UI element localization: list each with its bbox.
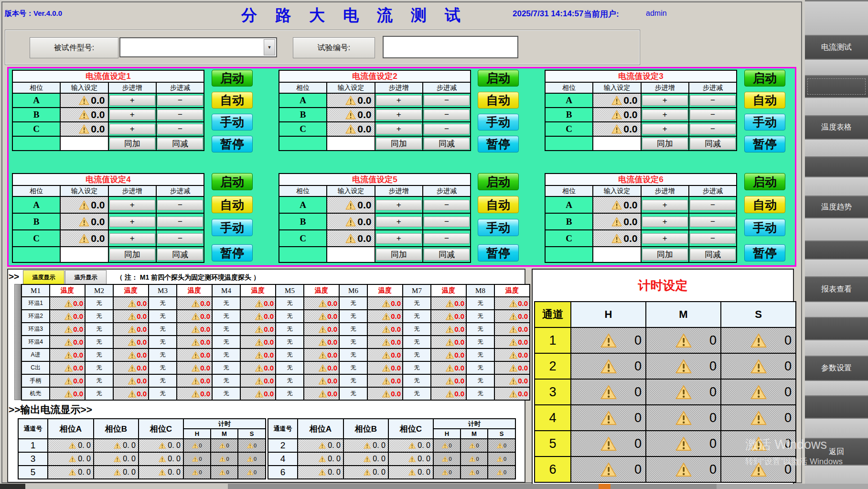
start-button[interactable]: 启动: [744, 70, 785, 87]
step-plus-button[interactable]: +: [642, 200, 688, 210]
start-button[interactable]: 启动: [744, 173, 785, 190]
step-plus-button[interactable]: +: [109, 217, 155, 227]
step-minus-button[interactable]: −: [424, 109, 470, 120]
sidebar-item-report-view[interactable]: 报表查看: [805, 277, 868, 301]
sidebar-item-temp-table[interactable]: 温度表格: [805, 116, 868, 139]
add-all-button[interactable]: 同加: [642, 138, 688, 150]
sub-all-button[interactable]: 同减: [157, 249, 203, 261]
sidebar-item-back[interactable]: 返回: [805, 439, 868, 465]
manual-button[interactable]: 手动: [744, 219, 785, 236]
step-minus-button[interactable]: −: [424, 124, 470, 134]
pause-button[interactable]: 暂停: [744, 136, 785, 152]
timer-value-cell[interactable]: 0: [721, 353, 796, 379]
step-minus-button[interactable]: −: [690, 124, 736, 134]
tab-temperature-rise[interactable]: 温升显示: [65, 270, 107, 285]
timer-value-cell[interactable]: 0: [571, 405, 646, 431]
timer-value-cell[interactable]: 0: [571, 379, 646, 405]
timer-value-cell[interactable]: 0: [646, 327, 721, 353]
timer-value-cell[interactable]: 0: [721, 456, 796, 482]
add-all-button[interactable]: 同加: [376, 249, 422, 261]
step-plus-button[interactable]: +: [376, 200, 422, 210]
step-plus-button[interactable]: +: [642, 124, 688, 134]
timer-value-cell[interactable]: 0: [571, 456, 646, 482]
step-plus-button[interactable]: +: [642, 233, 688, 244]
step-plus-button[interactable]: +: [642, 95, 688, 106]
timer-value-cell[interactable]: 0: [646, 431, 721, 456]
sidebar-item-temp-trend[interactable]: 温度趋势: [805, 196, 868, 217]
timer-value-cell[interactable]: 0: [571, 353, 646, 379]
step-minus-button[interactable]: −: [690, 95, 736, 106]
step-plus-button[interactable]: +: [376, 233, 422, 244]
pause-button[interactable]: 暂停: [478, 244, 519, 261]
start-button[interactable]: 启动: [212, 173, 253, 190]
start-button[interactable]: 启动: [478, 70, 519, 87]
add-all-button[interactable]: 同加: [109, 249, 155, 261]
start-button[interactable]: 启动: [212, 70, 253, 87]
start-button[interactable]: 启动: [478, 173, 519, 190]
step-minus-button[interactable]: −: [424, 200, 470, 210]
pause-button[interactable]: 暂停: [478, 136, 519, 152]
serial-input[interactable]: [383, 36, 518, 58]
auto-button[interactable]: 自动: [478, 92, 519, 109]
timer-value-cell[interactable]: 0: [721, 379, 796, 405]
auto-button[interactable]: 自动: [478, 196, 519, 213]
step-minus-button[interactable]: −: [690, 233, 736, 244]
timer-value-cell[interactable]: 0: [646, 456, 721, 482]
pause-button[interactable]: 暂停: [212, 244, 253, 261]
add-all-button[interactable]: 同加: [109, 138, 155, 150]
step-plus-button[interactable]: +: [642, 109, 688, 120]
sub-all-button[interactable]: 同减: [690, 249, 736, 261]
auto-button[interactable]: 自动: [744, 92, 785, 109]
step-minus-button[interactable]: −: [424, 95, 470, 106]
sidebar-item-param-setting[interactable]: 参数设置: [805, 357, 868, 380]
step-minus-button[interactable]: −: [690, 109, 736, 120]
step-plus-button[interactable]: +: [376, 217, 422, 227]
step-minus-button[interactable]: −: [690, 217, 736, 227]
sub-all-button[interactable]: 同减: [157, 138, 203, 150]
step-minus-button[interactable]: −: [424, 217, 470, 227]
timer-value-cell[interactable]: 0: [571, 327, 646, 353]
manual-button[interactable]: 手动: [744, 114, 785, 130]
sidebar-spacer[interactable]: [805, 76, 868, 97]
step-plus-button[interactable]: +: [109, 124, 155, 134]
pause-button[interactable]: 暂停: [212, 136, 253, 152]
tab-temperature-display[interactable]: 温度显示: [23, 270, 64, 285]
manual-button[interactable]: 手动: [478, 219, 519, 236]
step-minus-button[interactable]: −: [157, 124, 203, 134]
manual-button[interactable]: 手动: [212, 114, 253, 130]
add-all-button[interactable]: 同加: [376, 138, 422, 150]
step-minus-button[interactable]: −: [157, 109, 203, 120]
auto-button[interactable]: 自动: [212, 92, 253, 109]
step-minus-button[interactable]: −: [157, 200, 203, 210]
timer-value-cell[interactable]: 0: [721, 327, 796, 353]
step-minus-button[interactable]: −: [157, 233, 203, 244]
step-plus-button[interactable]: +: [376, 109, 422, 120]
model-combobox[interactable]: ▼: [119, 37, 277, 57]
timer-value-cell[interactable]: 0: [571, 431, 646, 456]
step-plus-button[interactable]: +: [109, 200, 155, 210]
chevron-down-icon[interactable]: ▼: [264, 39, 275, 55]
sidebar-item-current-test[interactable]: 电流测试: [805, 36, 868, 59]
timer-value-cell[interactable]: 0: [646, 405, 721, 431]
auto-button[interactable]: 自动: [744, 196, 785, 213]
sub-all-button[interactable]: 同减: [424, 249, 470, 261]
step-plus-button[interactable]: +: [642, 217, 688, 227]
step-plus-button[interactable]: +: [376, 124, 422, 134]
step-plus-button[interactable]: +: [109, 109, 155, 120]
step-plus-button[interactable]: +: [376, 95, 422, 106]
timer-value-cell[interactable]: 0: [721, 405, 796, 431]
step-minus-button[interactable]: −: [690, 200, 736, 210]
step-minus-button[interactable]: −: [157, 95, 203, 106]
step-minus-button[interactable]: −: [157, 217, 203, 227]
timer-value-cell[interactable]: 0: [721, 431, 796, 456]
timer-value-cell[interactable]: 0: [646, 379, 721, 405]
manual-button[interactable]: 手动: [478, 114, 519, 130]
step-plus-button[interactable]: +: [109, 233, 155, 244]
step-plus-button[interactable]: +: [109, 95, 155, 106]
manual-button[interactable]: 手动: [212, 219, 253, 236]
step-minus-button[interactable]: −: [424, 233, 470, 244]
auto-button[interactable]: 自动: [212, 196, 253, 213]
sub-all-button[interactable]: 同减: [690, 138, 736, 150]
timer-value-cell[interactable]: 0: [646, 353, 721, 379]
pause-button[interactable]: 暂停: [744, 244, 785, 261]
